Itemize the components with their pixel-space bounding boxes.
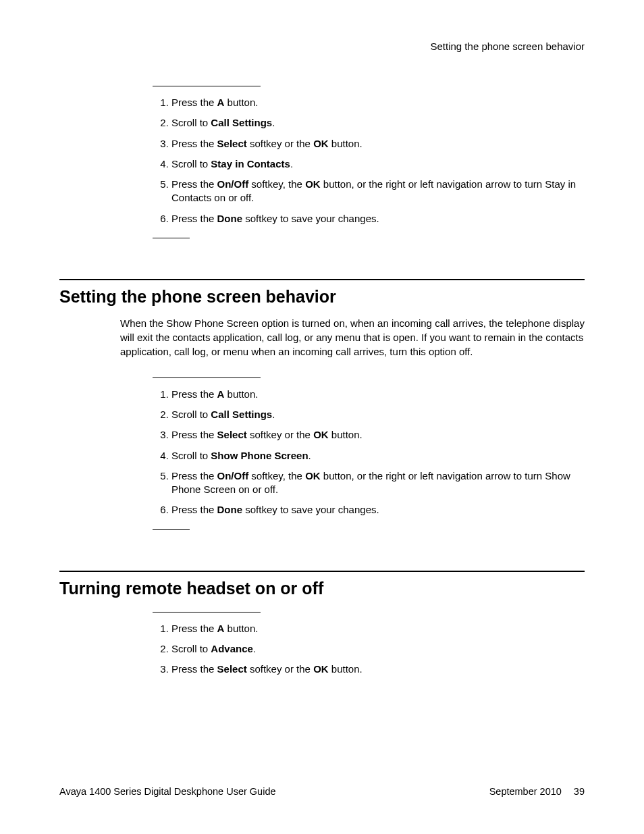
list-item: Scroll to Advance. [171, 642, 585, 656]
rule-bottom [153, 238, 190, 238]
list-item: Press the Done softkey to save your chan… [171, 212, 585, 226]
list-item: Press the Done softkey to save your chan… [171, 503, 585, 517]
section-title: Setting the phone screen behavior [59, 287, 585, 307]
page-footer: Avaya 1400 Series Digital Deskphone User… [59, 786, 585, 797]
footer-doc-title: Avaya 1400 Series Digital Deskphone User… [59, 786, 276, 797]
list-item: Press the On/Off softkey, the OK button,… [171, 469, 585, 497]
section-rule [59, 279, 585, 280]
list-item: Press the Select softkey or the OK butto… [171, 662, 585, 676]
rule-top [153, 612, 261, 613]
footer-right: September 201039 [489, 786, 585, 797]
list-item: Press the A button. [171, 388, 585, 401]
list-item: Scroll to Call Settings. [171, 408, 585, 421]
list-item: Press the A button. [171, 622, 585, 635]
rule-bottom [153, 529, 190, 530]
list-item: Scroll to Call Settings. [171, 116, 585, 130]
page: Setting the phone screen behavior Press … [0, 0, 644, 834]
list-item: Press the A button. [171, 96, 585, 109]
section-title: Turning remote headset on or off [59, 579, 585, 598]
running-header: Setting the phone screen behavior [59, 41, 585, 52]
footer-date: September 2010 [489, 786, 562, 797]
steps-list-c: Press the A button. Scroll to Advance. P… [153, 622, 585, 677]
section-rule [59, 571, 585, 572]
page-number: 39 [574, 786, 585, 797]
list-item: Press the Select softkey or the OK butto… [171, 137, 585, 151]
rule-top [153, 86, 261, 86]
rule-top [153, 377, 261, 378]
steps-list-b: Press the A button. Scroll to Call Setti… [153, 388, 585, 517]
list-item: Press the On/Off softkey, the OK button,… [171, 178, 585, 205]
body-paragraph: When the Show Phone Screen option is tur… [120, 316, 585, 359]
list-item: Scroll to Show Phone Screen. [171, 449, 585, 463]
list-item: Press the Select softkey or the OK butto… [171, 428, 585, 442]
steps-list-a: Press the A button. Scroll to Call Setti… [153, 96, 585, 226]
list-item: Scroll to Stay in Contacts. [171, 157, 585, 171]
